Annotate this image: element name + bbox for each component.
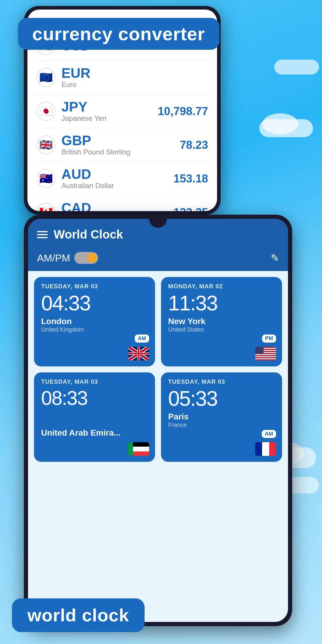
edit-icon[interactable]: ✎ [271, 252, 279, 264]
clock-grid: TUESDAY, MAR 03 04:33 AM London United K… [28, 271, 288, 468]
clock-card-paris[interactable]: TUESDAY, MAR 03 05:33 AM Paris France [161, 372, 282, 462]
cad-flag: 🇨🇦 [36, 203, 55, 211]
paris-date: TUESDAY, MAR 03 [168, 378, 275, 385]
hamburger-line [37, 237, 48, 238]
gbp-name: British Pound Sterling [61, 148, 180, 156]
eur-flag: 🇪🇺 [36, 68, 55, 87]
paris-country: France [168, 422, 275, 428]
aud-name: Australian Dollar [61, 182, 174, 190]
table-row[interactable]: 🇨🇦 CAD Canadian Dollar 133.35 [33, 196, 211, 211]
toggle-thumb [87, 253, 97, 263]
clock-card-uae[interactable]: TUESDAY, MAR 03 08:33 United Arab Emira.… [34, 372, 155, 462]
aud-code: AUD [61, 167, 174, 181]
aud-info: AUD Australian Dollar [61, 167, 174, 190]
gbp-info: GBP British Pound Sterling [61, 134, 180, 156]
newyork-time: 11:33 [168, 293, 275, 314]
world-clock-label-text: world clock [27, 605, 129, 626]
clock-title: World Clock [54, 228, 279, 241]
currency-list: 🇺🇸 USD 100 🇪🇺 EUR Euro 🇯🇵 JPY [27, 31, 217, 211]
eur-code: EUR [61, 66, 208, 80]
currency-banner: currency converter [18, 18, 219, 50]
jpy-code: JPY [61, 100, 158, 114]
gbp-code: GBP [61, 134, 180, 147]
ampm-toggle[interactable] [74, 252, 98, 264]
hamburger-line [37, 231, 48, 232]
paris-time: 05:33 [168, 388, 275, 409]
paris-city: Paris [168, 412, 275, 422]
menu-button[interactable] [37, 231, 48, 238]
london-country: United Kingdom [41, 326, 148, 333]
newyork-country: United States [168, 326, 275, 333]
london-ampm: AM [135, 335, 149, 343]
cad-info: CAD Canadian Dollar [61, 201, 174, 211]
london-flag [128, 347, 149, 360]
london-date: TUESDAY, MAR 03 [41, 283, 148, 290]
ampm-label: AM/PM [37, 252, 70, 264]
aud-value: 153.18 [174, 172, 208, 185]
jpy-info: JPY Japanese Yen [61, 100, 158, 123]
clock-card-newyork[interactable]: MONDAY, MAR 02 11:33 PM New York United … [161, 277, 282, 366]
newyork-city: New York [168, 317, 275, 326]
gbp-value: 78.23 [180, 139, 208, 151]
eur-info: EUR Euro [61, 66, 208, 89]
aud-flag: 🇦🇺 [36, 169, 55, 188]
paris-ampm: AM [262, 430, 276, 438]
table-row[interactable]: 🇯🇵 JPY Japanese Yen 10,798.77 [33, 95, 211, 128]
hamburger-line [37, 234, 48, 235]
gbp-flag: 🇬🇧 [36, 135, 55, 154]
ampm-toggle-container: AM/PM [37, 252, 98, 264]
newyork-flag [255, 347, 276, 360]
jpy-value: 10,798.77 [158, 105, 208, 118]
uae-date: TUESDAY, MAR 03 [41, 378, 148, 385]
table-row[interactable]: 🇪🇺 EUR Euro [33, 61, 211, 95]
table-row[interactable]: 🇬🇧 GBP British Pound Sterling 78.23 [33, 128, 211, 162]
newyork-date: MONDAY, MAR 02 [168, 283, 275, 290]
world-clock-label: world clock [12, 598, 145, 632]
uae-city: United Arab Emira... [41, 428, 148, 438]
eur-name: Euro [61, 80, 208, 89]
london-time: 04:33 [41, 293, 148, 314]
newyork-ampm: PM [262, 335, 276, 343]
world-clock-screen: World Clock AM/PM ✎ TUESDAY, MAR 03 04:3… [28, 219, 288, 622]
paris-flag [255, 442, 276, 456]
currency-banner-text: currency converter [32, 23, 205, 44]
jpy-flag: 🇯🇵 [36, 102, 55, 121]
table-row[interactable]: 🇦🇺 AUD Australian Dollar 153.18 [33, 162, 211, 196]
clock-card-london[interactable]: TUESDAY, MAR 03 04:33 AM London United K… [34, 277, 155, 366]
uae-time: 08:33 [41, 388, 148, 408]
jpy-name: Japanese Yen [61, 114, 158, 123]
world-clock-phone: World Clock AM/PM ✎ TUESDAY, MAR 03 04:3… [24, 215, 292, 626]
cad-code: CAD [61, 201, 174, 211]
uae-flag [128, 442, 149, 456]
cad-value: 133.35 [174, 206, 208, 211]
london-city: London [41, 317, 148, 326]
clock-subbar: AM/PM ✎ [28, 247, 288, 271]
